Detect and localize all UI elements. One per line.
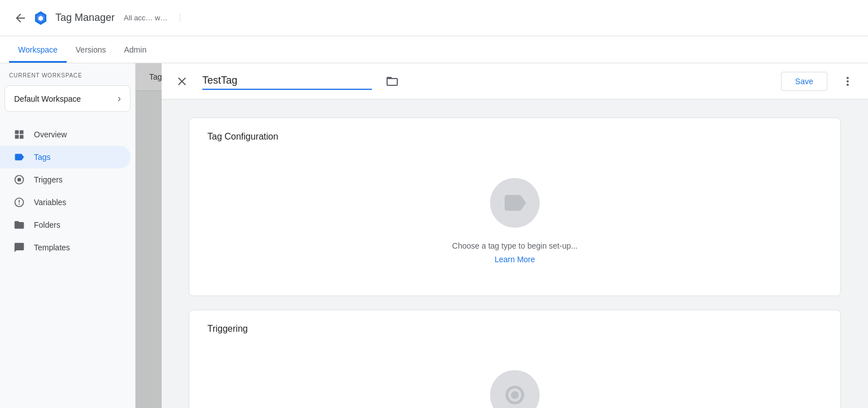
triggering-title: Triggering (207, 324, 248, 334)
sidebar-item-overview-label: Overview (34, 130, 67, 139)
tab-versions[interactable]: Versions (67, 38, 115, 63)
back-button[interactable] (9, 7, 32, 29)
sidebar-item-folders-label: Folders (34, 220, 60, 229)
sidebar-item-triggers[interactable]: Triggers (0, 168, 131, 191)
sidebar-item-variables[interactable]: Variables (0, 191, 131, 214)
overview-icon (14, 129, 25, 140)
sidebar-item-tags-label: Tags (34, 153, 51, 162)
tags-icon (14, 151, 25, 163)
sidebar-item-triggers-label: Triggers (34, 175, 63, 184)
tag-name-input[interactable] (202, 72, 372, 90)
modal-close-button[interactable] (171, 70, 193, 93)
save-button[interactable]: Save (781, 72, 827, 91)
modal-panel: Save Tag Configuration Choose a tag (162, 63, 868, 408)
sidebar-item-folders[interactable]: Folders (0, 214, 131, 236)
tag-manager-logo-icon (32, 9, 50, 27)
templates-icon (14, 242, 25, 253)
account-info: All acc… www. (124, 14, 180, 22)
modal-body: Tag Configuration Choose a tag type to b… (162, 99, 868, 408)
sidebar: Current Workspace Default Workspace › Ov… (0, 63, 136, 408)
svg-point-4 (511, 391, 519, 399)
folders-icon (14, 219, 25, 231)
tab-workspace[interactable]: Workspace (9, 38, 67, 63)
chevron-right-icon: › (118, 93, 121, 105)
tag-config-placeholder: Choose a tag type to begin set-up... (452, 241, 578, 250)
move-to-folder-button[interactable] (381, 70, 403, 93)
tabs-bar: Workspace Versions Admin (0, 36, 868, 63)
sidebar-item-overview[interactable]: Overview (0, 123, 131, 146)
tag-configuration-content: Choose a tag type to begin set-up... Lea… (207, 160, 822, 282)
svg-point-2 (18, 178, 21, 182)
sidebar-item-variables-label: Variables (34, 198, 66, 207)
sidebar-nav: Overview Tags Triggers (0, 119, 135, 263)
tag-config-learn-more[interactable]: Learn More (494, 255, 535, 264)
triggers-icon (14, 174, 25, 185)
more-options-button[interactable] (836, 70, 859, 93)
sidebar-item-templates-label: Templates (34, 243, 70, 252)
triggering-card: Triggering Choose a trigger to make this… (189, 310, 841, 408)
tag-config-icon-circle[interactable] (490, 178, 540, 228)
tag-configuration-title: Tag Configuration (207, 132, 278, 142)
modal-header: Save (162, 63, 868, 99)
triggering-content: Choose a trigger to make this tag fire..… (207, 352, 822, 408)
workspace-selector[interactable]: Default Workspace › (5, 85, 131, 112)
topbar: Tag Manager All acc… www. (0, 0, 868, 36)
app-name: Tag Manager (55, 12, 115, 24)
sidebar-item-tags[interactable]: Tags (0, 146, 131, 168)
triggering-icon-circle[interactable] (490, 370, 540, 408)
current-workspace-label: Current Workspace (9, 72, 126, 79)
variables-icon (14, 197, 25, 208)
main-content: Tags Save (136, 63, 868, 408)
tag-configuration-card: Tag Configuration Choose a tag type to b… (189, 118, 841, 296)
tab-admin[interactable]: Admin (115, 38, 155, 63)
sidebar-item-templates[interactable]: Templates (0, 236, 131, 259)
workspace-name: Default Workspace (14, 94, 81, 103)
app-logo: Tag Manager (32, 9, 115, 27)
